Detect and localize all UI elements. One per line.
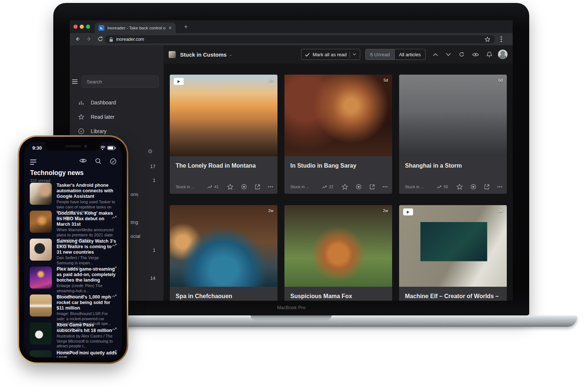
- article-title: Xbox Game Pass subscribers hit 18 millio…: [57, 322, 117, 333]
- search-box: [82, 75, 159, 88]
- dashboard-icon: [78, 99, 85, 106]
- check-icon: [305, 53, 310, 57]
- ellipsis-icon[interactable]: [268, 186, 273, 187]
- tab-title: Inoreader - Take back control o: [107, 26, 165, 30]
- search-input[interactable]: [82, 76, 158, 87]
- bell-icon[interactable]: [487, 51, 492, 58]
- new-tab-button[interactable]: +: [182, 23, 190, 31]
- url-bar[interactable]: inoreader.com: [105, 35, 495, 43]
- back-icon[interactable]: [74, 36, 81, 42]
- iphone-camera: [84, 145, 87, 148]
- article-image: 2w: [284, 205, 392, 287]
- list-item[interactable]: Plex adds game-streaming as paid add-on,…: [30, 267, 117, 289]
- feed-title: Technology news: [30, 169, 84, 177]
- read-later-star-icon: [78, 114, 85, 120]
- sidebar-item-read-later[interactable]: Read later: [70, 110, 164, 124]
- mark-all-read-button[interactable]: Mark all as read: [301, 49, 360, 60]
- eye-icon[interactable]: [79, 158, 87, 163]
- chevron-down-icon[interactable]: [353, 53, 356, 56]
- refresh-icon[interactable]: [459, 51, 465, 57]
- article-image: 2d: [170, 75, 277, 156]
- article-stat: 22: [329, 185, 333, 189]
- article-title: 'Godzilla vs. Kong' makes its HBO Max de…: [57, 211, 117, 227]
- article-thumbnail: [30, 294, 52, 317]
- article-thumbnail: [30, 267, 52, 289]
- list-item[interactable]: HomePod mini quietly adds UWB-: [30, 350, 117, 357]
- inoreader-favicon-icon: [98, 25, 104, 31]
- segment-all-articles[interactable]: All articles: [394, 49, 425, 60]
- external-link-icon[interactable]: [484, 184, 490, 190]
- article-title: Bloodhound's 1,000 mph rocket car being …: [57, 294, 117, 311]
- article-title[interactable]: The Lonely Road in Montana: [170, 156, 277, 170]
- article-list: Tasker's Android phone automation connec…: [24, 183, 122, 357]
- view-segmented-control: 6 Unread All articles: [365, 49, 426, 60]
- article-image: 2w: [399, 205, 507, 287]
- search-icon[interactable]: [95, 158, 101, 164]
- window-close-button[interactable]: [74, 25, 78, 29]
- external-link-icon[interactable]: [255, 184, 260, 190]
- chevron-down-icon[interactable]: [446, 53, 451, 56]
- star-icon[interactable]: [456, 184, 463, 190]
- list-item[interactable]: Xbox Game Pass subscribers hit 18 millio…: [30, 322, 117, 344]
- article-title[interactable]: Shanghai in a Storm: [399, 156, 507, 170]
- content-header: Stuck in Customs ⌄ Mark all as read 6 Un…: [164, 45, 513, 64]
- eye-icon[interactable]: [472, 52, 479, 57]
- article-title[interactable]: Suspicious Mama Fox: [284, 287, 392, 300]
- article-stat: 41: [214, 185, 219, 189]
- list-item[interactable]: Bloodhound's 1,000 mph rocket car being …: [30, 294, 117, 317]
- article-card[interactable]: 2w Suspicious Mama Fox: [284, 205, 392, 301]
- article-card[interactable]: 2w Machine Elf – Creator of Worlds –: [399, 205, 507, 301]
- feed-favicon-icon: [169, 51, 176, 58]
- star-icon[interactable]: [342, 184, 348, 190]
- browser-tab[interactable]: Inoreader - Take back control o ✕: [95, 22, 176, 33]
- phone-appbar: [24, 158, 122, 167]
- article-title: Samsung Galaxy Watch 3's EKG feature is …: [57, 239, 117, 255]
- dot-circle-icon[interactable]: [470, 184, 476, 190]
- play-icon: [403, 208, 413, 215]
- list-item[interactable]: 'Godzilla vs. Kong' makes its HBO Max de…: [30, 211, 117, 233]
- iphone-speaker: [65, 145, 81, 147]
- unread-count: 110 unread: [30, 178, 50, 183]
- status-time: 9:30: [32, 145, 42, 151]
- article-card[interactable]: 2d The Lonely Road in Montana Stuck in .…: [170, 75, 277, 194]
- segment-unread[interactable]: 6 Unread: [366, 49, 394, 60]
- article-card[interactable]: 2w Spa in Chefchaouen: [170, 205, 277, 301]
- article-stat: 56: [444, 185, 448, 189]
- sidebar-item-dashboard[interactable]: Dashboard: [70, 95, 164, 110]
- article-title: Tasker's Android phone automation connec…: [57, 183, 117, 199]
- tab-close-icon[interactable]: ✕: [168, 25, 172, 31]
- article-age: 2d: [269, 78, 273, 82]
- article-age: 2w: [383, 208, 388, 213]
- forward-icon[interactable]: [86, 36, 92, 42]
- refresh-icon[interactable]: [97, 36, 104, 42]
- article-title[interactable]: In Studio in Bang Saray: [284, 156, 392, 170]
- list-item[interactable]: Tasker's Android phone automation connec…: [30, 183, 117, 205]
- check-circle-icon[interactable]: [110, 158, 116, 165]
- dot-circle-icon[interactable]: [356, 184, 362, 190]
- chevron-up-icon[interactable]: [433, 53, 438, 56]
- url-text: inoreader.com: [116, 37, 481, 42]
- bookmark-star-icon[interactable]: [484, 36, 491, 43]
- chevron-down-icon[interactable]: ⌄: [229, 52, 232, 57]
- article-title[interactable]: Spa in Chefchaouen: [170, 287, 277, 300]
- sidebar-item-label: Library: [91, 128, 107, 134]
- ellipsis-icon[interactable]: [497, 186, 502, 187]
- article-title[interactable]: Machine Elf – Creator of Worlds –: [399, 287, 507, 300]
- external-link-icon[interactable]: [369, 184, 375, 190]
- list-item[interactable]: Samsung Galaxy Watch 3's EKG feature is …: [30, 239, 117, 261]
- inoreader-app: Dashboard Read later Library FEEDS ⚙ 17 …: [70, 45, 513, 301]
- star-icon[interactable]: [227, 184, 233, 190]
- article-card[interactable]: 6d Shanghai in a Storm Stuck in ... 56: [399, 75, 507, 194]
- ellipsis-icon[interactable]: [383, 186, 388, 187]
- window-zoom-button[interactable]: [86, 25, 90, 29]
- window-minimize-button[interactable]: [80, 25, 84, 29]
- menu-hamburger-icon[interactable]: [30, 160, 36, 166]
- menu-kebab-icon[interactable]: [501, 36, 502, 42]
- avatar[interactable]: [498, 50, 508, 59]
- dot-circle-icon[interactable]: [241, 184, 247, 190]
- sidebar-nav: Dashboard Read later Library: [70, 95, 164, 138]
- article-age: 5d: [384, 78, 388, 82]
- gear-icon[interactable]: ⚙: [148, 148, 153, 155]
- menu-hamburger-icon[interactable]: [72, 79, 78, 85]
- article-card[interactable]: 5d In Studio in Bang Saray Stuck in ... …: [284, 75, 392, 194]
